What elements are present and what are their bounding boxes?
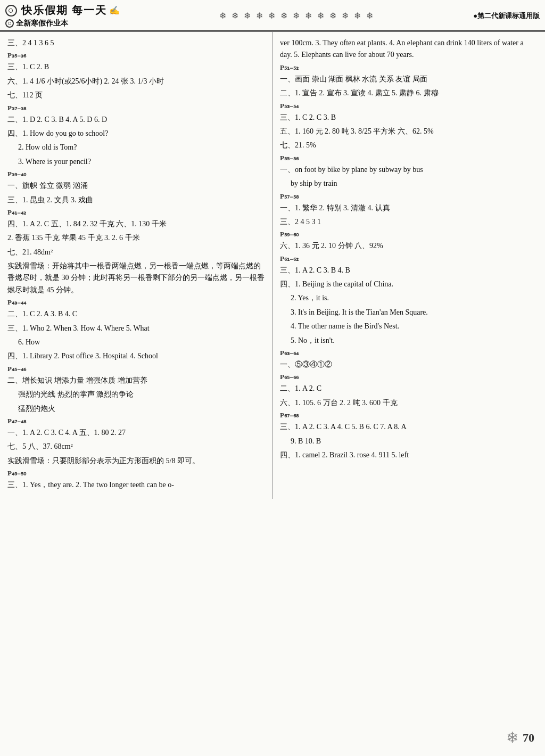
content-line: 四、1. Library 2. Post office 3. Hospital … <box>7 350 265 362</box>
page-reference: P₅₅₋₅₆ <box>280 154 538 162</box>
page-reference: P₄₁₋₄₂ <box>7 208 265 217</box>
content-line: 二、增长知识 增添力量 增强体质 增加营养 <box>7 375 265 387</box>
content-line: 强烈的光线 热烈的掌声 激烈的争论 <box>18 389 265 400</box>
content-line: 五、1. 160 元 2. 80 吨 3. 8/25 平方米 六、62. 5% <box>280 126 538 137</box>
main-columns: 三、2 4 1 3 6 5P₃₅₋₃₆三、1. C 2. B六、1. 4 1/6… <box>0 31 545 499</box>
content-line: 猛烈的炮火 <box>18 403 265 415</box>
subtitle-text: 全新寒假作业本 <box>16 19 68 28</box>
content-line: 5. No，it isn't. <box>291 335 538 347</box>
title-text: 快乐假期 每一天 <box>21 3 107 18</box>
content-line: 二、1. A 2. C <box>280 383 538 395</box>
content-line: 一、1. A 2. C 3. C 4. A 五、1. 80 2. 27 <box>7 427 265 439</box>
edition-text: ●第二代新课标通用版 <box>473 12 540 20</box>
page-reference: P₅₇₋₅₈ <box>280 192 538 201</box>
circle-icon: ○ <box>5 19 14 28</box>
page-reference: P₆₃₋₆₄ <box>280 349 538 357</box>
content-line: 4. The other name is the Bird's Nest. <box>291 321 538 332</box>
right-column: ver 100cm. 3. They often eat plants. 4. … <box>272 32 545 499</box>
content-line: 四、1. How do you go to school? <box>7 128 265 139</box>
header-subtitle: ○ 全新寒假作业本 <box>5 19 120 28</box>
content-line: 七、21. 48dm² <box>7 246 265 258</box>
page-reference: P₆₅₋₆₆ <box>280 373 538 381</box>
content-line: 三、1. A 2. C 3. B 4. B <box>280 265 538 276</box>
content-line: 四、1. A 2. C 五、1. 84 2. 32 千克 六、1. 130 千米 <box>7 218 265 230</box>
content-line: by ship by train <box>291 178 538 190</box>
page-reference: P₅₃₋₅₄ <box>280 102 538 110</box>
page-reference: P₃₅₋₃₆ <box>7 51 265 60</box>
content-line: ver 100cm. 3. They often eat plants. 4. … <box>280 37 538 61</box>
content-line: 二、1. D 2. C 3. B 4. A 5. D 6. D <box>7 114 265 126</box>
content-line: 2. How old is Tom? <box>18 142 265 153</box>
footer-snowflake-icon: ❄ <box>506 729 518 746</box>
header-snowflakes: ❄ ❄ ❄ ❄ ❄ ❄ ❄ ❄ ❄ ❄ ❄ ❄ ❄ <box>120 10 473 21</box>
content-line: 一、1. 繁华 2. 特别 3. 清澈 4. 认真 <box>280 202 538 214</box>
content-line: 2. 香蕉 135 千克 苹果 45 千克 3. 2. 6 千米 <box>7 232 265 244</box>
left-column: 三、2 4 1 3 6 5P₃₅₋₃₆三、1. C 2. B六、1. 4 1/6… <box>0 32 272 499</box>
content-line: 3. It's in Beijing. It is the Tian'an Me… <box>291 307 538 318</box>
content-line: 三、1. C 2. C 3. B <box>280 112 538 124</box>
content-line: 6. How <box>18 336 265 348</box>
header-edition: ●第二代新课标通用版 <box>473 11 540 21</box>
content-line: 9. B 10. B <box>291 435 538 447</box>
page-reference: P₄₉₋₅₀ <box>7 469 265 478</box>
snowflake-decoration: ❄ ❄ ❄ ❄ ❄ ❄ ❄ ❄ ❄ ❄ ❄ ❄ ❄ <box>219 11 375 20</box>
content-line: 三、1. C 2. B <box>7 61 265 73</box>
content-line: 二、1. 宣告 2. 宣布 3. 宣读 4. 肃立 5. 肃静 6. 肃穆 <box>280 87 538 99</box>
content-line: 六、1. 4 1/6 小时(或25/6小时) 2. 24 张 3. 1/3 小时 <box>7 76 265 87</box>
header-title: ○ 快乐假期 每一天 ✍ <box>5 3 120 18</box>
page-reference: P₄₇₋₄₈ <box>7 417 265 425</box>
content-line: 二、1. C 2. A 3. B 4. C <box>7 308 265 320</box>
page: ○ 快乐假期 每一天 ✍ ○ 全新寒假作业本 ❄ ❄ ❄ ❄ ❄ ❄ ❄ ❄ ❄… <box>0 0 545 756</box>
sun-icon: ○ <box>5 5 17 17</box>
footer: ❄ 70 <box>506 729 534 746</box>
content-line: 2. Yes，it is. <box>291 292 538 304</box>
content-line: 实践滑雪场：只要阴影部分表示为正方形面积的 5/8 即可。 <box>7 455 265 467</box>
content-line: 七、21. 5% <box>280 139 538 151</box>
page-reference: P₃₉₋₄₀ <box>7 170 265 178</box>
page-reference: P₅₉₋₆₀ <box>280 230 538 239</box>
content-line: 三、1. Who 2. When 3. How 4. Where 5. What <box>7 323 265 334</box>
content-line: 三、2 4 1 3 6 5 <box>7 37 265 49</box>
content-line: 一、⑤③④①② <box>280 359 538 371</box>
content-line: 六、1. 36 元 2. 10 分钟 八、92% <box>280 240 538 252</box>
content-line: 四、1. Beijing is the capital of China. <box>280 278 538 290</box>
content-line: 三、1. 昆虫 2. 文具 3. 戏曲 <box>7 194 265 206</box>
content-line: 七、112 页 <box>7 89 265 101</box>
header-left: ○ 快乐假期 每一天 ✍ ○ 全新寒假作业本 <box>5 3 120 28</box>
page-reference: P₆₇₋₆₈ <box>280 411 538 420</box>
page-reference: P₄₃₋₄₄ <box>7 298 265 307</box>
content-line: 三、1. A 2. C 3. A 4. C 5. B 6. C 7. A 8. … <box>280 421 538 433</box>
content-line: 六、1. 105. 6 万台 2. 2 吨 3. 600 千克 <box>280 397 538 409</box>
content-line: 一、on foot by bike by plane by subway by … <box>280 164 538 176</box>
content-line: 三、1. Yes，they are. 2. The two longer tee… <box>7 479 265 491</box>
content-line: 实践滑雪场：开始将其中一根香两端点燃，另一根香一端点燃，等两端点燃的香燃尽时，就… <box>7 260 265 296</box>
title-decoration: ✍ <box>109 5 120 15</box>
page-reference: P₅₁₋₅₂ <box>280 63 538 72</box>
page-number: 70 <box>523 731 534 745</box>
content-line: 四、1. camel 2. Brazil 3. rose 4. 911 5. l… <box>280 449 538 461</box>
content-line: 一、旗帜 耸立 微弱 汹涌 <box>7 180 265 192</box>
content-line: 三、2 4 5 3 1 <box>280 216 538 228</box>
content-line: 一、画面 崇山 湖面 枫林 水流 关系 友谊 局面 <box>280 73 538 85</box>
header: ○ 快乐假期 每一天 ✍ ○ 全新寒假作业本 ❄ ❄ ❄ ❄ ❄ ❄ ❄ ❄ ❄… <box>0 0 545 31</box>
page-reference: P₃₇₋₃₈ <box>7 104 265 112</box>
page-reference: P₄₅₋₄₆ <box>7 365 265 373</box>
content-line: 3. Where is your pencil? <box>18 156 265 168</box>
content-line: 七、5 八、37. 68cm² <box>7 441 265 453</box>
page-reference: P₆₁₋₆₂ <box>280 254 538 263</box>
